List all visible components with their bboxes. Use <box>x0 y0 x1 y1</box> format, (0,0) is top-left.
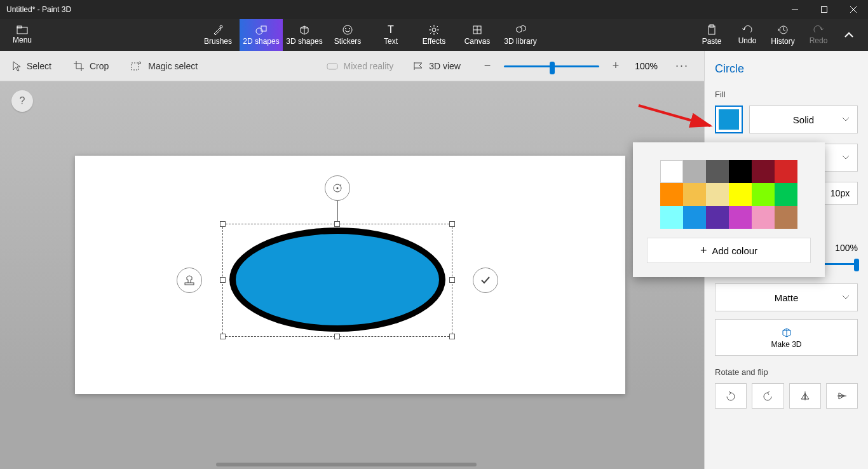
magic-select-tool[interactable]: Magic select <box>130 60 198 72</box>
annotation-arrow <box>635 100 718 132</box>
secondary-toolbar: Select Crop Magic select Mixed reality 3… <box>0 51 704 81</box>
palette-color[interactable] <box>775 183 797 206</box>
palette-color[interactable] <box>729 160 752 183</box>
handle-tl[interactable] <box>220 221 226 227</box>
svg-line-17 <box>430 26 431 27</box>
close-button[interactable] <box>839 0 868 19</box>
handle-bl[interactable] <box>220 334 226 339</box>
history-button[interactable]: History <box>765 24 801 46</box>
fill-type-dropdown[interactable]: Solid <box>749 105 858 133</box>
select-tool[interactable]: Select <box>11 60 51 72</box>
palette-color[interactable] <box>706 183 729 206</box>
handle-bm[interactable] <box>334 334 340 339</box>
handle-mr[interactable] <box>449 277 455 283</box>
cube-icon <box>299 24 310 36</box>
cursor-icon <box>11 60 22 72</box>
palette-color[interactable] <box>752 160 775 183</box>
add-colour-button[interactable]: + Add colour <box>647 238 811 263</box>
handle-tr[interactable] <box>449 221 455 227</box>
flip-vertical-button[interactable] <box>826 383 858 409</box>
history-icon <box>777 24 789 36</box>
chevron-down-icon <box>842 295 850 300</box>
palette-color[interactable] <box>683 160 706 183</box>
handle-ml[interactable] <box>220 277 226 283</box>
palette-color[interactable] <box>729 183 752 206</box>
svg-point-11 <box>349 28 350 29</box>
tab-brushes[interactable]: Brushes <box>196 19 240 51</box>
maximize-button[interactable] <box>810 0 839 19</box>
tab-3d-shapes[interactable]: 3D shapes <box>283 19 326 51</box>
btn-label: Redo <box>810 36 828 45</box>
material-dropdown[interactable]: Matte <box>715 283 858 311</box>
menu-label: Menu <box>13 36 32 44</box>
palette-color[interactable] <box>752 183 775 206</box>
flip-horizontal-button[interactable] <box>789 383 821 409</box>
workspace: ? <box>0 81 704 469</box>
rotate-flip-label: Rotate and flip <box>715 367 858 377</box>
make-3d-button[interactable]: Make 3D <box>715 319 858 356</box>
mixed-reality-button: Mixed reality <box>326 61 394 71</box>
text-icon: T <box>388 24 394 36</box>
rotate-right-button[interactable] <box>752 383 783 409</box>
help-button[interactable]: ? <box>11 90 33 112</box>
svg-point-6 <box>220 25 222 28</box>
palette-color[interactable] <box>706 206 729 229</box>
tab-2d-shapes[interactable]: 2D shapes <box>240 19 283 51</box>
svg-line-20 <box>430 32 431 34</box>
svg-point-10 <box>345 28 346 29</box>
palette-color[interactable] <box>683 183 706 206</box>
brush-icon <box>212 24 224 36</box>
tab-label: Brushes <box>204 37 232 46</box>
canvas[interactable] <box>75 156 625 394</box>
svg-rect-31 <box>185 283 194 285</box>
redo-button: Redo <box>801 25 836 45</box>
crop-tool[interactable]: Crop <box>73 60 109 72</box>
thickness-input[interactable]: 10px <box>822 182 858 205</box>
palette-color[interactable] <box>683 206 706 229</box>
expand-panel-button[interactable] <box>836 32 862 38</box>
tool-label: 3D view <box>429 61 461 71</box>
palette-color[interactable] <box>752 206 775 229</box>
commit-button[interactable] <box>473 268 498 293</box>
fill-color-swatch[interactable] <box>715 105 743 133</box>
palette-color[interactable] <box>729 206 752 229</box>
palette-color[interactable] <box>706 160 729 183</box>
svg-point-9 <box>343 25 352 34</box>
tab-label: Text <box>384 37 398 46</box>
svg-rect-1 <box>822 7 827 13</box>
handle-br[interactable] <box>449 334 455 339</box>
palette-color[interactable] <box>775 160 797 183</box>
zoom-slider[interactable] <box>504 60 599 72</box>
stamp-button[interactable] <box>177 268 202 293</box>
cube-icon <box>780 326 793 339</box>
horizontal-scrollbar[interactable] <box>216 463 477 466</box>
zoom-in-button[interactable]: + <box>608 59 623 72</box>
zoom-out-button[interactable]: − <box>480 59 495 72</box>
more-button[interactable]: ··· <box>675 59 689 72</box>
titlebar: Untitled* - Paint 3D <box>0 0 868 19</box>
palette-color[interactable] <box>775 206 797 229</box>
rotate-left-button[interactable] <box>715 383 747 409</box>
undo-button[interactable]: Undo <box>729 25 765 45</box>
shapes2d-icon <box>255 24 268 36</box>
paste-button[interactable]: Paste <box>694 24 729 46</box>
tab-text[interactable]: T Text <box>369 19 412 51</box>
palette-color[interactable] <box>660 206 683 229</box>
btn-label: History <box>771 37 794 46</box>
tab-canvas[interactable]: Canvas <box>456 19 499 51</box>
tab-effects[interactable]: Effects <box>412 19 456 51</box>
tool-label: Magic select <box>148 61 198 71</box>
palette-color[interactable] <box>660 183 683 206</box>
effects-icon <box>428 24 440 36</box>
palette-color[interactable] <box>660 160 683 183</box>
swatch-color <box>719 109 739 130</box>
minimize-button[interactable] <box>780 0 810 19</box>
tab-3d-library[interactable]: 3D library <box>499 19 542 51</box>
handle-tm[interactable] <box>334 221 340 227</box>
selection-box[interactable] <box>222 224 452 337</box>
rotate-handle[interactable] <box>325 175 350 201</box>
menu-button[interactable]: Menu <box>0 19 44 51</box>
tab-stickers[interactable]: Stickers <box>326 19 369 51</box>
3d-view-button[interactable]: 3D view <box>412 61 461 71</box>
btn-label: Undo <box>738 36 757 45</box>
